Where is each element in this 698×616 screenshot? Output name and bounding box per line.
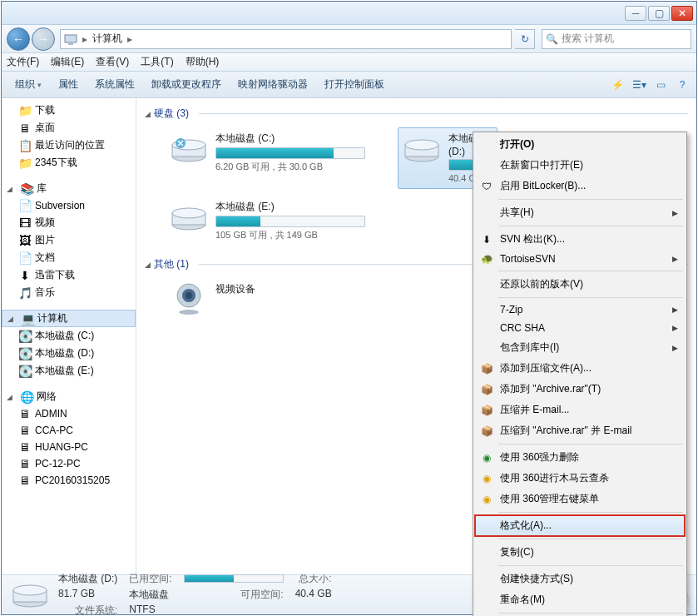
shield-icon: 🛡 [480,180,493,193]
cm-restore-version[interactable]: 还原以前的版本(V) [475,274,685,295]
menu-help[interactable]: 帮助(H) [186,55,220,69]
status-free-label: 可用空间: [184,588,284,602]
help-icon[interactable]: ? [673,76,691,94]
tree-libraries[interactable]: ◢📚库 [2,180,136,197]
tree-local-e[interactable]: 💽本地磁盘 (E:) [2,362,136,380]
tree-local-d[interactable]: 💽本地磁盘 (D:) [2,345,136,362]
menu-file[interactable]: 文件(F) [7,55,39,69]
tree-2345[interactable]: 📁2345下载 [2,154,136,171]
cm-open-new-window[interactable]: 在新窗口中打开(E) [475,155,685,176]
back-button[interactable]: ← [7,27,30,51]
tree-videos[interactable]: 🎞视频 [2,214,136,231]
preview-pane-icon[interactable]: ▭ [651,76,670,94]
collapse-icon[interactable]: ◢ [7,315,17,323]
cm-add-archive[interactable]: 📦添加到压缩文件(A)... [475,358,685,379]
refresh-button[interactable]: ↻ [515,29,535,49]
tortoise-icon: 🐢 [480,252,493,266]
cm-rename[interactable]: 重命名(M) [475,589,685,610]
tree-net-pc12[interactable]: 🖥PC-12-PC [2,455,136,472]
webcam-icon [169,282,209,315]
360-icon: ◉ [480,493,493,506]
pc-icon: 🖥 [18,424,32,437]
tree-computer[interactable]: ◢💻计算机 [2,310,136,327]
video-device[interactable]: 视频设备 [165,278,381,320]
svg-point-8 [405,140,438,150]
breadcrumb-computer[interactable]: 计算机 [89,32,126,46]
organize-button[interactable]: 组织 [7,74,50,95]
cm-360-delete[interactable]: ◉使用 360强力删除 [475,447,685,468]
cm-copy[interactable]: 复制(C) [475,542,685,563]
collapse-icon[interactable]: ◢ [145,110,151,118]
tree-recent[interactable]: 📋最近访问的位置 [2,137,136,154]
tree-xunlei[interactable]: ⬇迅雷下载 [2,266,136,284]
svg-point-11 [172,208,205,218]
cm-compress-rar-email[interactable]: 📦压缩到 "Archive.rar" 并 E-mail [475,420,685,441]
cm-create-shortcut[interactable]: 创建快捷方式(S) [475,569,685,589]
chevron-right-icon: ▶ [672,209,678,217]
rar-icon: 📦 [480,383,493,396]
cm-bitlocker[interactable]: 🛡启用 BitLocker(B)... [475,176,685,196]
cm-360-scan[interactable]: ◉使用 360进行木马云查杀 [475,468,685,489]
pc-icon: 🖥 [18,474,32,487]
video-icon: 🎞 [18,216,32,230]
tree-net-cca[interactable]: 🖥CCA-PC [2,422,136,439]
control-panel-button[interactable]: 打开控制面板 [316,74,393,95]
library-icon: 📚 [20,182,33,196]
tree-net-pc2016[interactable]: 🖥PC20160315205 [2,472,136,489]
tree-local-c[interactable]: 💽本地磁盘 (C:) [2,327,136,345]
folder-icon: 📁 [18,104,32,117]
minimize-button[interactable]: ─ [625,6,646,21]
drive-c[interactable]: 本地磁盘 (C:) 6.20 GB 可用 , 共 30.0 GB [165,127,381,189]
forward-button[interactable]: → [32,27,55,51]
cm-360-menu[interactable]: ◉使用 360管理右键菜单 [475,489,685,509]
cm-crcsha[interactable]: CRC SHA▶ [475,319,685,337]
collapse-icon[interactable]: ◢ [145,261,151,269]
collapse-icon[interactable]: ◢ [7,185,17,193]
search-icon: 🔍 [546,33,558,45]
tree-desktop[interactable]: 🖥桌面 [2,119,136,137]
cm-format[interactable]: 格式化(A)... [475,515,685,536]
tree-downloads[interactable]: 📁下载 [2,102,136,119]
system-properties-button[interactable]: 系统属性 [87,74,143,95]
tree-subversion[interactable]: 📄Subversion [2,197,136,214]
cm-open[interactable]: 打开(O) [475,134,685,155]
cm-svn-checkout[interactable]: ⬇SVN 检出(K)... [475,229,685,250]
view-options-icon[interactable]: ⚡ [608,76,626,94]
group-hdd[interactable]: ◢ 硬盘 (3) [145,107,688,121]
view-mode-icon[interactable]: ☰▾ [630,76,648,94]
properties-button[interactable]: 属性 [50,74,87,95]
tree-pictures[interactable]: 🖼图片 [2,231,136,249]
computer-icon [64,32,77,46]
drive-icon [402,132,442,165]
tree-documents[interactable]: 📄文档 [2,249,136,266]
search-input[interactable]: 🔍 搜索 计算机 [542,29,691,49]
cm-tortoisesvn[interactable]: 🐢TortoiseSVN▶ [475,250,685,268]
tree-network[interactable]: ◢🌐网络 [2,388,136,405]
chevron-right-icon: ▶ [672,306,678,314]
menu-tools[interactable]: 工具(T) [141,55,173,69]
collapse-icon[interactable]: ◢ [7,393,17,401]
address-bar[interactable]: ▸ 计算机 ▸ [60,29,512,49]
tree-net-huang[interactable]: 🖥HUANG-PC [2,439,136,455]
maximize-button[interactable]: ▢ [648,6,670,21]
cm-add-archive-rar[interactable]: 📦添加到 "Archive.rar"(T) [475,379,685,400]
network-icon: 🌐 [20,390,33,404]
cm-share[interactable]: 共享(H)▶ [475,202,685,223]
cm-include-library[interactable]: 包含到库中(I)▶ [475,337,685,358]
drive-name: 本地磁盘 (C:) [215,132,377,146]
drive-e[interactable]: 本地磁盘 (E:) 105 GB 可用 , 共 149 GB [165,196,381,246]
map-drive-button[interactable]: 映射网络驱动器 [230,74,316,95]
drive-icon [169,200,209,233]
tree-net-admin[interactable]: 🖥ADMIN [2,405,136,422]
status-free-value: 40.4 GB [295,588,332,602]
drive-progress [215,216,365,227]
menu-edit[interactable]: 编辑(E) [51,55,84,69]
menu-view[interactable]: 查看(V) [96,55,129,69]
360-icon: ◉ [480,451,493,464]
cm-compress-email[interactable]: 📦压缩并 E-mail... [475,400,685,420]
uninstall-button[interactable]: 卸载或更改程序 [143,74,230,95]
navbar: ← → ▸ 计算机 ▸ ↻ 🔍 搜索 计算机 [2,25,696,53]
close-button[interactable]: ✕ [671,6,693,21]
tree-music[interactable]: 🎵音乐 [2,284,136,301]
cm-7zip[interactable]: 7-Zip▶ [475,301,685,319]
